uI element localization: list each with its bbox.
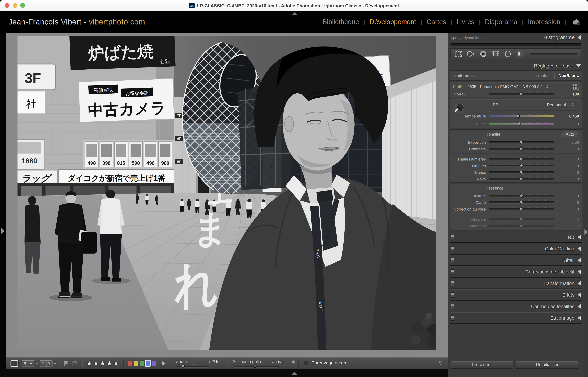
reset-button[interactable]: Réinitialiser xyxy=(515,361,579,369)
pick-flag-icon[interactable] xyxy=(63,361,69,366)
panel-header-transform[interactable]: Transformation xyxy=(448,279,584,288)
reference-view-button[interactable]: RA xyxy=(22,360,34,367)
toolbar-options-icon[interactable]: ▽ xyxy=(439,360,442,365)
panel-expand-icon[interactable] xyxy=(577,316,581,320)
crop-overlay-icon[interactable] xyxy=(454,50,462,57)
exposure-value[interactable]: 0,00 xyxy=(554,140,579,144)
graduated-filter-icon[interactable] xyxy=(492,50,500,57)
panel-header-bw[interactable]: NB xyxy=(448,233,584,242)
panel-header-tone-curve[interactable]: Courbe des tonalités xyxy=(448,302,584,311)
loupe-view-button[interactable] xyxy=(11,360,18,367)
grid-overlay-stepper-icon[interactable] xyxy=(292,360,295,364)
panel-expand-icon[interactable] xyxy=(577,247,581,251)
profile-value[interactable]: 9605 - Panasonic DMC-GM1 - NB 009 A 2- xyxy=(467,85,544,89)
amount-slider[interactable] xyxy=(489,93,554,95)
saturation-slider[interactable] xyxy=(489,225,554,227)
top-panel-collapse-icon[interactable] xyxy=(292,12,297,15)
panel-expand-icon[interactable] xyxy=(577,235,581,239)
color-label-purple[interactable] xyxy=(152,361,156,366)
photo-canvas[interactable]: 炉ばた焼 若狭 3F 社 高価買取 お得な委託 中古カメラ xyxy=(17,36,436,350)
color-label-green[interactable] xyxy=(140,361,144,366)
panel-header-effects[interactable]: Effets xyxy=(448,290,584,299)
shadows-slider[interactable] xyxy=(489,165,554,166)
previous-button[interactable]: Précédent xyxy=(450,361,514,369)
basic-panel-header[interactable]: Réglages de base xyxy=(448,61,584,70)
left-panel-collapsed-strip[interactable] xyxy=(0,33,6,369)
grid-overlay-value[interactable]: Jamais xyxy=(272,359,286,364)
panel-header-detail[interactable]: Détail xyxy=(448,256,584,265)
panel-header-calibration[interactable]: Etalonnage xyxy=(448,313,584,322)
blacks-slider[interactable] xyxy=(489,178,554,180)
radial-filter-icon[interactable] xyxy=(504,50,512,57)
module-map[interactable]: Cartes xyxy=(427,18,446,26)
basic-panel-collapse-icon[interactable] xyxy=(576,64,581,68)
cloud-sync-icon[interactable]: ! xyxy=(572,19,581,27)
panel-toggle-icon[interactable] xyxy=(451,304,454,309)
dehaze-value[interactable]: 0 xyxy=(554,207,579,211)
color-label-yellow[interactable] xyxy=(134,361,138,366)
histogram-collapse-icon[interactable] xyxy=(577,35,581,40)
histogram-collapsed-strip[interactable] xyxy=(451,43,581,46)
temperature-value[interactable]: 6 450 xyxy=(554,114,579,118)
zoom-slider[interactable] xyxy=(177,366,209,367)
red-eye-icon[interactable] xyxy=(479,50,487,57)
reject-flag-icon[interactable] xyxy=(72,361,78,366)
clarity-slider[interactable] xyxy=(489,201,554,203)
panel-expand-icon[interactable] xyxy=(577,304,581,308)
right-panel-grip[interactable] xyxy=(584,33,588,377)
temperature-slider[interactable] xyxy=(489,115,554,117)
color-label-red[interactable] xyxy=(128,361,132,366)
highlights-slider[interactable] xyxy=(489,158,554,160)
shadows-value[interactable]: 0 xyxy=(554,164,579,168)
spot-removal-icon[interactable] xyxy=(466,50,475,57)
module-develop[interactable]: Développement xyxy=(370,18,416,26)
contrast-slider[interactable] xyxy=(489,148,554,150)
treatment-color-option[interactable]: Couleur xyxy=(536,73,551,78)
clarity-value[interactable]: 0 xyxy=(554,200,579,204)
filmstrip-expand-icon[interactable] xyxy=(291,372,297,375)
panel-expand-icon[interactable] xyxy=(577,258,581,262)
panel-expand-icon[interactable] xyxy=(577,270,581,274)
amount-value[interactable]: 100 xyxy=(554,92,579,96)
color-label-blue[interactable] xyxy=(146,361,150,366)
blacks-value[interactable]: 0 xyxy=(554,177,579,181)
right-panel-collapse-icon[interactable] xyxy=(585,229,588,235)
panel-toggle-icon[interactable] xyxy=(451,246,454,251)
before-after-button[interactable]: YY xyxy=(40,360,52,367)
adjustment-brush-icon[interactable] xyxy=(516,50,525,58)
panel-header-color-grading[interactable]: Color Grading xyxy=(448,244,584,253)
panel-header-lens-corrections[interactable]: Corrections de l'objectif xyxy=(448,267,584,276)
identity-plate[interactable]: Jean-François Vibert - vibertphoto.com xyxy=(8,11,145,33)
exposure-slider[interactable] xyxy=(489,141,554,143)
module-book[interactable]: Livres xyxy=(457,18,474,26)
histogram-header[interactable]: Aperçu dynamique Histogramme xyxy=(448,33,584,42)
panel-toggle-icon[interactable] xyxy=(451,315,454,320)
panel-expand-icon[interactable] xyxy=(577,281,581,285)
module-library[interactable]: Bibliothèque xyxy=(322,18,359,26)
tint-value[interactable]: − 13 xyxy=(554,121,579,126)
panel-expand-icon[interactable] xyxy=(577,293,581,297)
grid-size-slider[interactable] xyxy=(234,366,279,367)
profile-stepper-icon[interactable] xyxy=(546,85,549,88)
panel-toggle-icon[interactable] xyxy=(451,258,454,263)
vibrance-slider[interactable] xyxy=(489,218,554,220)
whites-value[interactable]: 0 xyxy=(554,170,579,174)
reference-view-dropdown-icon[interactable] xyxy=(35,363,38,365)
before-after-dropdown-icon[interactable] xyxy=(54,363,56,365)
impromptu-slideshow-button[interactable] xyxy=(162,361,166,366)
vibrance-value[interactable]: 0 xyxy=(554,217,579,221)
auto-tone-button[interactable]: Auto xyxy=(561,131,579,137)
dehaze-slider[interactable] xyxy=(489,208,554,210)
contrast-value[interactable]: 0 xyxy=(554,147,579,151)
panel-toggle-icon[interactable] xyxy=(451,269,454,274)
star-rating[interactable]: ★★★★★ xyxy=(86,360,120,367)
highlights-value[interactable]: 0 xyxy=(554,157,579,161)
panel-toggle-icon[interactable] xyxy=(451,281,454,286)
module-print[interactable]: Impression xyxy=(528,18,560,26)
profile-browser-icon[interactable] xyxy=(573,84,579,90)
whites-slider[interactable] xyxy=(489,171,554,173)
panel-toggle-icon[interactable] xyxy=(451,292,454,297)
wb-stepper-icon[interactable] xyxy=(571,103,574,106)
tint-slider[interactable] xyxy=(489,123,554,125)
panel-toggle-icon[interactable] xyxy=(451,235,454,240)
